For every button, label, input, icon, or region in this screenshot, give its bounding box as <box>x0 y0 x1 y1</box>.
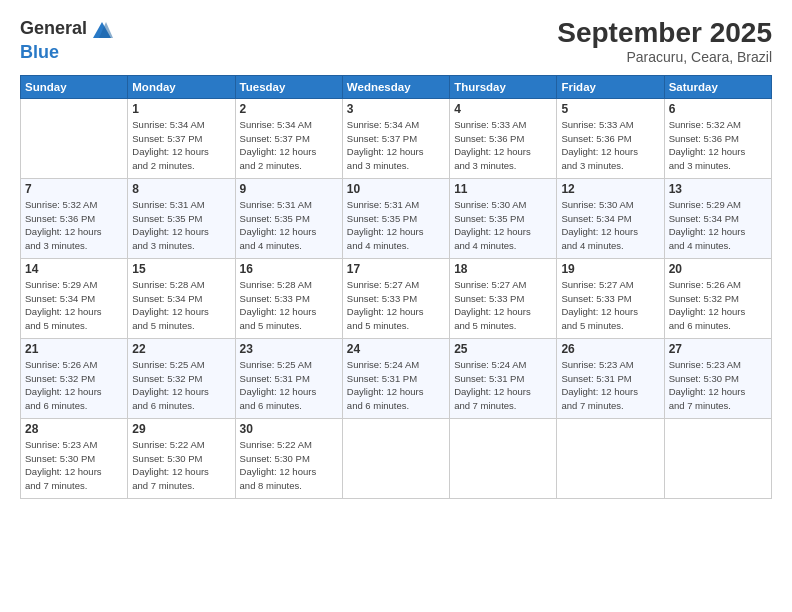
day-number: 26 <box>561 342 659 356</box>
day-number: 10 <box>347 182 445 196</box>
weekday-header-monday: Monday <box>128 75 235 98</box>
calendar-cell: 9Sunrise: 5:31 AMSunset: 5:35 PMDaylight… <box>235 178 342 258</box>
day-info: Sunrise: 5:23 AMSunset: 5:31 PMDaylight:… <box>561 358 659 413</box>
day-info: Sunrise: 5:27 AMSunset: 5:33 PMDaylight:… <box>561 278 659 333</box>
calendar-cell: 5Sunrise: 5:33 AMSunset: 5:36 PMDaylight… <box>557 98 664 178</box>
day-number: 8 <box>132 182 230 196</box>
day-info: Sunrise: 5:31 AMSunset: 5:35 PMDaylight:… <box>347 198 445 253</box>
page: General Blue September 2025 Paracuru, Ce… <box>0 0 792 612</box>
calendar-cell: 17Sunrise: 5:27 AMSunset: 5:33 PMDayligh… <box>342 258 449 338</box>
location-title: Paracuru, Ceara, Brazil <box>557 49 772 65</box>
day-info: Sunrise: 5:26 AMSunset: 5:32 PMDaylight:… <box>25 358 123 413</box>
logo: General Blue <box>20 18 114 63</box>
calendar-cell: 22Sunrise: 5:25 AMSunset: 5:32 PMDayligh… <box>128 338 235 418</box>
calendar-cell: 20Sunrise: 5:26 AMSunset: 5:32 PMDayligh… <box>664 258 771 338</box>
day-info: Sunrise: 5:34 AMSunset: 5:37 PMDaylight:… <box>240 118 338 173</box>
day-info: Sunrise: 5:26 AMSunset: 5:32 PMDaylight:… <box>669 278 767 333</box>
calendar-cell <box>557 418 664 498</box>
calendar-cell: 7Sunrise: 5:32 AMSunset: 5:36 PMDaylight… <box>21 178 128 258</box>
day-number: 18 <box>454 262 552 276</box>
title-block: September 2025 Paracuru, Ceara, Brazil <box>557 18 772 65</box>
calendar-cell: 1Sunrise: 5:34 AMSunset: 5:37 PMDaylight… <box>128 98 235 178</box>
calendar-cell: 4Sunrise: 5:33 AMSunset: 5:36 PMDaylight… <box>450 98 557 178</box>
calendar-cell: 14Sunrise: 5:29 AMSunset: 5:34 PMDayligh… <box>21 258 128 338</box>
calendar-week-3: 21Sunrise: 5:26 AMSunset: 5:32 PMDayligh… <box>21 338 772 418</box>
calendar-week-2: 14Sunrise: 5:29 AMSunset: 5:34 PMDayligh… <box>21 258 772 338</box>
day-info: Sunrise: 5:30 AMSunset: 5:34 PMDaylight:… <box>561 198 659 253</box>
day-info: Sunrise: 5:29 AMSunset: 5:34 PMDaylight:… <box>25 278 123 333</box>
calendar-cell: 6Sunrise: 5:32 AMSunset: 5:36 PMDaylight… <box>664 98 771 178</box>
weekday-header-friday: Friday <box>557 75 664 98</box>
logo-blue: Blue <box>20 42 59 62</box>
header: General Blue September 2025 Paracuru, Ce… <box>20 18 772 65</box>
calendar-cell: 23Sunrise: 5:25 AMSunset: 5:31 PMDayligh… <box>235 338 342 418</box>
day-number: 11 <box>454 182 552 196</box>
day-info: Sunrise: 5:30 AMSunset: 5:35 PMDaylight:… <box>454 198 552 253</box>
day-number: 14 <box>25 262 123 276</box>
day-number: 1 <box>132 102 230 116</box>
calendar-cell: 10Sunrise: 5:31 AMSunset: 5:35 PMDayligh… <box>342 178 449 258</box>
day-info: Sunrise: 5:25 AMSunset: 5:32 PMDaylight:… <box>132 358 230 413</box>
day-number: 17 <box>347 262 445 276</box>
day-number: 30 <box>240 422 338 436</box>
day-number: 3 <box>347 102 445 116</box>
calendar-week-0: 1Sunrise: 5:34 AMSunset: 5:37 PMDaylight… <box>21 98 772 178</box>
calendar-table: SundayMondayTuesdayWednesdayThursdayFrid… <box>20 75 772 499</box>
weekday-header-thursday: Thursday <box>450 75 557 98</box>
day-number: 4 <box>454 102 552 116</box>
day-info: Sunrise: 5:23 AMSunset: 5:30 PMDaylight:… <box>25 438 123 493</box>
day-info: Sunrise: 5:28 AMSunset: 5:34 PMDaylight:… <box>132 278 230 333</box>
day-info: Sunrise: 5:27 AMSunset: 5:33 PMDaylight:… <box>454 278 552 333</box>
day-number: 2 <box>240 102 338 116</box>
calendar-cell: 21Sunrise: 5:26 AMSunset: 5:32 PMDayligh… <box>21 338 128 418</box>
day-info: Sunrise: 5:32 AMSunset: 5:36 PMDaylight:… <box>669 118 767 173</box>
day-number: 29 <box>132 422 230 436</box>
day-info: Sunrise: 5:31 AMSunset: 5:35 PMDaylight:… <box>240 198 338 253</box>
day-number: 28 <box>25 422 123 436</box>
day-info: Sunrise: 5:32 AMSunset: 5:36 PMDaylight:… <box>25 198 123 253</box>
day-info: Sunrise: 5:22 AMSunset: 5:30 PMDaylight:… <box>240 438 338 493</box>
day-info: Sunrise: 5:27 AMSunset: 5:33 PMDaylight:… <box>347 278 445 333</box>
day-number: 22 <box>132 342 230 356</box>
day-number: 12 <box>561 182 659 196</box>
day-number: 15 <box>132 262 230 276</box>
day-info: Sunrise: 5:31 AMSunset: 5:35 PMDaylight:… <box>132 198 230 253</box>
day-number: 24 <box>347 342 445 356</box>
day-number: 21 <box>25 342 123 356</box>
day-number: 5 <box>561 102 659 116</box>
day-number: 6 <box>669 102 767 116</box>
day-number: 9 <box>240 182 338 196</box>
calendar-cell <box>21 98 128 178</box>
calendar-cell: 28Sunrise: 5:23 AMSunset: 5:30 PMDayligh… <box>21 418 128 498</box>
calendar-cell: 25Sunrise: 5:24 AMSunset: 5:31 PMDayligh… <box>450 338 557 418</box>
logo-text: General Blue <box>20 18 114 63</box>
day-number: 13 <box>669 182 767 196</box>
day-info: Sunrise: 5:28 AMSunset: 5:33 PMDaylight:… <box>240 278 338 333</box>
calendar-cell: 3Sunrise: 5:34 AMSunset: 5:37 PMDaylight… <box>342 98 449 178</box>
calendar-cell <box>664 418 771 498</box>
calendar-header-row: SundayMondayTuesdayWednesdayThursdayFrid… <box>21 75 772 98</box>
calendar-cell: 27Sunrise: 5:23 AMSunset: 5:30 PMDayligh… <box>664 338 771 418</box>
calendar-cell: 29Sunrise: 5:22 AMSunset: 5:30 PMDayligh… <box>128 418 235 498</box>
day-info: Sunrise: 5:23 AMSunset: 5:30 PMDaylight:… <box>669 358 767 413</box>
day-info: Sunrise: 5:33 AMSunset: 5:36 PMDaylight:… <box>454 118 552 173</box>
calendar-week-4: 28Sunrise: 5:23 AMSunset: 5:30 PMDayligh… <box>21 418 772 498</box>
day-number: 20 <box>669 262 767 276</box>
weekday-header-wednesday: Wednesday <box>342 75 449 98</box>
day-info: Sunrise: 5:24 AMSunset: 5:31 PMDaylight:… <box>347 358 445 413</box>
calendar-cell: 24Sunrise: 5:24 AMSunset: 5:31 PMDayligh… <box>342 338 449 418</box>
day-info: Sunrise: 5:34 AMSunset: 5:37 PMDaylight:… <box>347 118 445 173</box>
calendar-cell <box>450 418 557 498</box>
month-title: September 2025 <box>557 18 772 49</box>
calendar-cell: 19Sunrise: 5:27 AMSunset: 5:33 PMDayligh… <box>557 258 664 338</box>
calendar-cell: 12Sunrise: 5:30 AMSunset: 5:34 PMDayligh… <box>557 178 664 258</box>
weekday-header-sunday: Sunday <box>21 75 128 98</box>
day-number: 19 <box>561 262 659 276</box>
day-info: Sunrise: 5:22 AMSunset: 5:30 PMDaylight:… <box>132 438 230 493</box>
weekday-header-tuesday: Tuesday <box>235 75 342 98</box>
logo-icon <box>91 20 113 42</box>
calendar-cell <box>342 418 449 498</box>
day-info: Sunrise: 5:25 AMSunset: 5:31 PMDaylight:… <box>240 358 338 413</box>
day-number: 27 <box>669 342 767 356</box>
day-number: 16 <box>240 262 338 276</box>
